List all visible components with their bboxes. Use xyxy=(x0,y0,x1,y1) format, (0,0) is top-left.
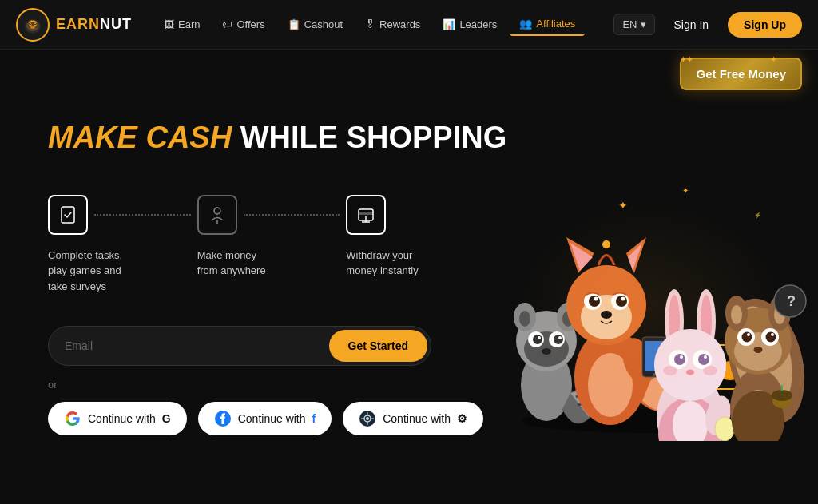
step-2-icon xyxy=(197,195,237,235)
sign-in-button[interactable]: Sign In xyxy=(665,14,719,36)
svg-point-40 xyxy=(538,336,541,339)
rewards-icon: 🎖 xyxy=(365,18,375,30)
svg-point-38 xyxy=(533,335,542,344)
nav-cashout[interactable]: 📋 Cashout xyxy=(278,14,352,35)
step-2-line xyxy=(244,214,340,216)
leaders-icon: 📊 xyxy=(443,18,455,30)
svg-point-73 xyxy=(674,354,685,365)
nav-rewards[interactable]: 🎖 Rewards xyxy=(355,14,430,35)
step-3: Withdraw yourmoney instantly xyxy=(346,195,495,279)
svg-point-59 xyxy=(594,297,598,301)
svg-point-78 xyxy=(663,366,677,375)
nav-affiliates[interactable]: 👥 Affiliates xyxy=(510,13,585,36)
main-content: ✦✦ ✦ Get Free Money MAKE CASH WHILE SHOP… xyxy=(0,50,818,504)
steps-row: Complete tasks,play games andtake survey… xyxy=(48,195,495,295)
step-1-icon xyxy=(48,195,88,235)
svg-point-57 xyxy=(589,296,600,307)
svg-point-77 xyxy=(686,370,694,375)
svg-point-41 xyxy=(558,336,562,339)
svg-rect-7 xyxy=(62,207,74,223)
facebook-icon xyxy=(214,410,232,427)
google-label: G xyxy=(162,412,171,425)
nav-leaders[interactable]: 📊 Leaders xyxy=(433,14,506,35)
svg-point-5 xyxy=(30,23,31,25)
svg-point-70 xyxy=(654,329,726,401)
svg-point-98 xyxy=(771,333,774,336)
main-header: EARNNUT 🖼 Earn 🏷 Offers 📋 Cashout 🎖 Rewa… xyxy=(0,0,818,50)
earn-icon: 🖼 xyxy=(164,18,174,30)
step-1-text: Complete tasks,play games andtake survey… xyxy=(48,248,122,295)
google-icon xyxy=(64,410,81,427)
step-1-line xyxy=(94,214,191,216)
chevron-down-icon: ▾ xyxy=(641,18,646,30)
svg-point-4 xyxy=(30,26,35,29)
cashout-icon: 📋 xyxy=(288,18,300,30)
svg-point-74 xyxy=(698,354,709,365)
step-1-top xyxy=(48,195,197,235)
banner-star-left: ✦✦ xyxy=(680,55,693,64)
svg-point-6 xyxy=(34,23,36,25)
characters-svg: ? ✦ ✦ ⚡ xyxy=(490,121,810,441)
facebook-label: f xyxy=(312,412,316,425)
characters-illustration: ? ✦ ✦ ⚡ xyxy=(482,97,818,441)
headline-white: WHILE SHOPPING xyxy=(232,121,506,154)
svg-text:⚡: ⚡ xyxy=(754,211,762,219)
svg-point-62 xyxy=(602,240,610,248)
step-1: Complete tasks,play games andtake survey… xyxy=(48,195,197,295)
svg-point-76 xyxy=(704,355,707,359)
svg-point-81 xyxy=(715,417,734,441)
svg-point-99 xyxy=(754,347,763,353)
step-2-top xyxy=(197,195,347,235)
svg-text:✦: ✦ xyxy=(682,186,689,195)
sign-up-button[interactable]: Sign Up xyxy=(728,12,802,38)
nav-earn[interactable]: 🖼 Earn xyxy=(154,14,209,35)
logo[interactable]: EARNNUT xyxy=(16,8,132,42)
email-input[interactable] xyxy=(65,331,329,360)
svg-point-17 xyxy=(366,417,369,420)
svg-point-61 xyxy=(601,311,612,319)
svg-text:?: ? xyxy=(787,293,796,309)
logo-icon xyxy=(16,8,50,42)
svg-text:✦: ✦ xyxy=(618,199,628,212)
step-2: Make moneyfrom anywhere xyxy=(197,195,347,279)
free-money-banner[interactable]: ✦✦ ✦ Get Free Money xyxy=(680,58,802,90)
header-right: EN ▾ Sign In Sign Up xyxy=(614,12,802,38)
svg-rect-11 xyxy=(359,212,373,215)
affiliates-icon: 👥 xyxy=(519,18,532,30)
svg-point-58 xyxy=(616,296,627,307)
svg-point-33 xyxy=(519,311,530,327)
banner-star-right: ✦ xyxy=(770,55,776,64)
svg-point-97 xyxy=(747,333,750,336)
step-3-icon xyxy=(346,195,386,235)
steam-icon xyxy=(359,410,376,427)
svg-point-60 xyxy=(621,297,625,301)
svg-point-103 xyxy=(772,390,792,401)
nav-offers[interactable]: 🏷 Offers xyxy=(212,14,274,35)
continue-steam-button[interactable]: Continue with ⚙ xyxy=(343,402,483,435)
svg-point-42 xyxy=(542,348,551,355)
step-2-text: Make moneyfrom anywhere xyxy=(197,248,266,279)
svg-point-79 xyxy=(703,366,717,375)
logo-text: EARNNUT xyxy=(56,16,132,33)
svg-point-95 xyxy=(742,332,752,343)
svg-point-90 xyxy=(731,305,742,324)
headline-gold: MAKE CASH xyxy=(48,121,232,154)
step-3-top xyxy=(346,195,495,235)
main-nav: 🖼 Earn 🏷 Offers 📋 Cashout 🎖 Rewards 📊 Le… xyxy=(154,13,614,36)
svg-point-75 xyxy=(680,355,683,359)
steam-label: ⚙ xyxy=(457,412,467,425)
get-started-button[interactable]: Get Started xyxy=(329,330,427,362)
continue-google-button[interactable]: Continue with G xyxy=(48,402,187,435)
continue-facebook-button[interactable]: Continue with f xyxy=(198,402,332,435)
offers-icon: 🏷 xyxy=(222,18,232,30)
svg-point-96 xyxy=(766,332,776,343)
email-form: Get Started xyxy=(48,326,431,366)
language-selector[interactable]: EN ▾ xyxy=(614,14,654,35)
svg-point-8 xyxy=(214,208,220,214)
svg-point-39 xyxy=(554,335,563,344)
step-3-text: Withdraw yourmoney instantly xyxy=(346,248,418,279)
